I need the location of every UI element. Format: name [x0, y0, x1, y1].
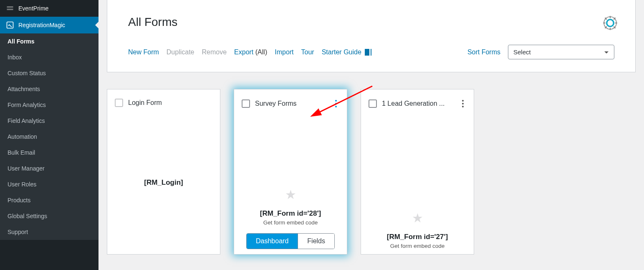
shortcode-text: [RM_Login] — [144, 178, 183, 187]
star-icon[interactable]: ★ — [412, 211, 423, 225]
sidebar-sub-products[interactable]: Products — [0, 192, 98, 208]
sidebar-sub-inbox[interactable]: Inbox — [0, 49, 98, 65]
star-icon[interactable]: ★ — [285, 187, 296, 202]
header-panel: All Forms New Form Duplicate Remove Expo… — [107, 0, 636, 72]
dashboard-button[interactable]: Dashboard — [247, 234, 298, 249]
svg-point-3 — [607, 20, 614, 27]
svg-rect-0 — [7, 6, 13, 8]
tour-link[interactable]: Tour — [301, 48, 314, 56]
sidebar-sub-user-roles[interactable]: User Roles — [0, 176, 98, 192]
sort-forms-label: Sort Forms — [467, 48, 500, 56]
card-checkbox[interactable] — [369, 99, 377, 108]
main-content: All Forms New Form Duplicate Remove Expo… — [98, 0, 644, 268]
form-cards: Login Form [RM_Login] Survey Forms ★ [RM… — [107, 89, 636, 255]
starter-guide-link[interactable]: Starter Guide — [322, 48, 361, 56]
sidebar-sub-form-analytics[interactable]: Form Analytics — [0, 97, 98, 113]
export-all-suffix: (All) — [255, 48, 267, 56]
sort-forms-select[interactable]: Select — [508, 45, 614, 59]
sidebar-sub-all-forms[interactable]: All Forms — [0, 33, 98, 49]
card-button-group: Dashboard Fields — [246, 233, 335, 249]
form-card-survey[interactable]: Survey Forms ★ [RM_Form id='28'] Get for… — [234, 89, 347, 255]
new-form-link[interactable]: New Form — [128, 48, 159, 56]
sidebar-plugin-registrationmagic[interactable]: RegistrationMagic — [0, 17, 98, 33]
form-card-login[interactable]: Login Form [RM_Login] — [107, 89, 220, 255]
import-link[interactable]: Import — [275, 48, 293, 56]
shortcode-text: [RM_Form id='27'] — [387, 233, 448, 241]
card-checkbox[interactable] — [242, 99, 250, 108]
card-title: Survey Forms — [255, 100, 327, 107]
kebab-menu-icon[interactable] — [459, 99, 467, 109]
sidebar-sub-bulk-email[interactable]: Bulk Email — [0, 145, 98, 160]
kebab-menu-icon[interactable] — [332, 99, 340, 109]
sidebar-plugin-label: RegistrationMagic — [18, 22, 65, 28]
export-link[interactable]: Export — [234, 48, 253, 56]
svg-point-4 — [604, 17, 616, 29]
form-card-lead-generation[interactable]: 1 Lead Generation ... ★ [RM_Form id='27'… — [361, 89, 474, 255]
embed-hint[interactable]: Get form embed code — [263, 219, 318, 226]
remove-link: Remove — [202, 48, 227, 56]
registrationmagic-icon — [6, 21, 14, 29]
svg-rect-1 — [7, 9, 13, 10]
sidebar-plugin-eventprime[interactable]: EventPrime — [0, 0, 98, 17]
embed-hint[interactable]: Get form embed code — [390, 243, 445, 249]
sidebar-sub-custom-status[interactable]: Custom Status — [0, 65, 98, 81]
fields-button[interactable]: Fields — [298, 234, 334, 249]
sidebar-sub-support[interactable]: Support — [0, 224, 98, 240]
page-title: All Forms — [128, 15, 614, 29]
toolbar: New Form Duplicate Remove Export (All) I… — [128, 45, 614, 59]
card-title: Login Form — [128, 99, 213, 107]
sidebar-plugin-label: EventPrime — [18, 5, 48, 12]
duplicate-link: Duplicate — [167, 48, 194, 56]
card-title: 1 Lead Generation ... — [382, 100, 454, 107]
sidebar-sub-automation[interactable]: Automation — [0, 129, 98, 145]
sidebar-sub-field-analytics[interactable]: Field Analytics — [0, 113, 98, 129]
eventprime-icon — [6, 4, 14, 13]
sidebar-sub-attachments[interactable]: Attachments — [0, 81, 98, 97]
book-icon — [365, 49, 371, 56]
sidebar-sub-global-settings[interactable]: Global Settings — [0, 208, 98, 224]
gear-icon[interactable] — [602, 15, 619, 31]
sidebar-sub-user-manager[interactable]: User Manager — [0, 160, 98, 176]
admin-sidebar: EventPrime RegistrationMagic All Forms I… — [0, 0, 98, 270]
card-checkbox[interactable] — [115, 99, 123, 107]
shortcode-text: [RM_Form id='28'] — [260, 209, 321, 218]
